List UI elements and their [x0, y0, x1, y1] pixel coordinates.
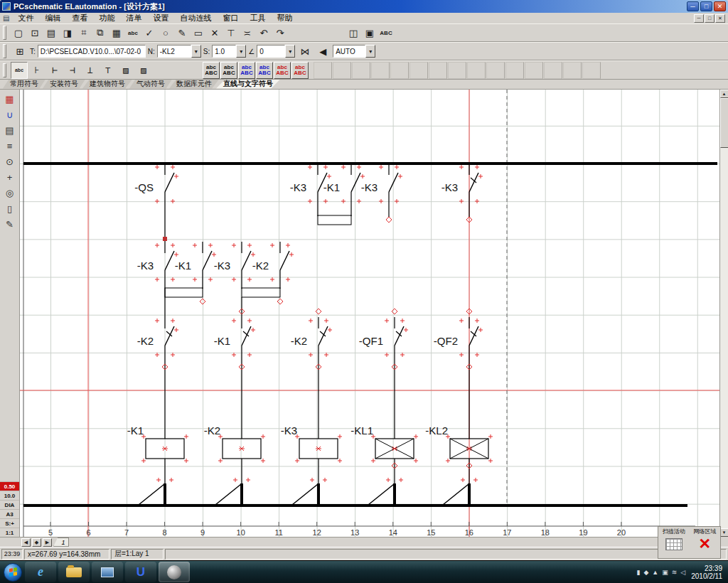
magnet-snap-icon[interactable]: ∪	[2, 108, 18, 122]
maximize-button[interactable]: □	[700, 1, 712, 11]
scale-combo[interactable]: 1.0▾	[212, 45, 246, 58]
open-file-icon[interactable]: ⊡	[27, 25, 43, 41]
pcschematic-app-icon[interactable]	[159, 562, 190, 582]
spellcheck-icon[interactable]: abc	[125, 25, 141, 41]
folder-icon[interactable]	[58, 562, 90, 582]
menu-item-功能[interactable]: 功能	[93, 13, 120, 23]
scroll-up-icon[interactable]: ▲	[720, 90, 728, 98]
window-pages-icon[interactable]: ◫	[346, 25, 361, 41]
object-lister-icon[interactable]: ▣	[362, 25, 378, 41]
target-icon[interactable]: ◎	[2, 186, 18, 200]
tray-icon-2[interactable]: ◆	[643, 569, 648, 576]
schematic-drawing[interactable]: -QS-K3-K1-K3-K3-K3-K1-K3-K2-K2-K1-K2-QF1…	[20, 90, 719, 537]
scale-field[interactable]: 1.0	[212, 45, 236, 58]
component-label[interactable]: -K3	[290, 181, 306, 193]
chevron-down-icon[interactable]: ▾	[285, 45, 295, 58]
point-grid-icon[interactable]: ▦	[2, 92, 18, 106]
page-setup-icon[interactable]: ⌗	[76, 25, 92, 41]
pan-cross-icon[interactable]: +	[2, 171, 18, 184]
zoom-icon[interactable]: ⊙	[2, 155, 18, 169]
tray-icon-3[interactable]: ▲	[652, 569, 658, 576]
page-prev-icon[interactable]: ◀	[21, 538, 31, 547]
symbol-menu-icon[interactable]: ▦	[109, 25, 124, 41]
scrollbar-thumb[interactable]	[720, 98, 728, 148]
page-tab[interactable]: 1	[53, 537, 69, 547]
menu-item-工具[interactable]: 工具	[244, 13, 271, 23]
grid-settings-icon[interactable]: ⊞	[12, 43, 28, 59]
component-label[interactable]: -K2	[137, 335, 154, 347]
scan-grid-icon[interactable]	[665, 538, 682, 550]
print-icon[interactable]: ▤	[43, 25, 59, 41]
component-label[interactable]: -QS	[134, 181, 154, 193]
tab-常用符号[interactable]: 常用符号	[3, 80, 46, 89]
drawing-canvas[interactable]: -QS-K3-K1-K3-K3-K3-K1-K3-K2-K2-K1-K2-QF1…	[20, 90, 719, 537]
menu-item-自动连线[interactable]: 自动连线	[174, 13, 217, 23]
angle-combo[interactable]: 0▾	[257, 45, 295, 58]
tab-直线与文字符号[interactable]: 直线与文字符号	[216, 80, 280, 89]
contact-symbols[interactable]: -QS-K3-K1-K3-K3-K3-K1-K3-K2-K2-K1-K2-QF1…	[134, 164, 483, 358]
component-label[interactable]: -K2	[252, 260, 269, 272]
menu-item-设置[interactable]: 设置	[147, 13, 174, 23]
chevron-down-icon[interactable]: ▾	[236, 45, 246, 58]
note-edit-icon[interactable]: ✎	[2, 218, 18, 231]
documents-icon[interactable]	[92, 562, 123, 582]
auto-field[interactable]: AUTO	[333, 45, 365, 58]
component-label[interactable]: -K3	[361, 181, 378, 193]
tray-icon-5[interactable]: ≋	[672, 569, 678, 576]
page-book-icon[interactable]: ▤	[2, 124, 18, 137]
child-close-button[interactable]: ✕	[715, 14, 725, 23]
menu-item-查看[interactable]: 查看	[66, 13, 93, 23]
eraser-tool-icon[interactable]: ▭	[191, 25, 206, 41]
child-window-icon[interactable]: ▤	[3, 14, 9, 22]
mirror-icon[interactable]: ⋈	[297, 43, 313, 59]
meter-icon[interactable]: ≍	[240, 25, 255, 41]
bus-tap-symbols[interactable]	[139, 478, 478, 506]
page-preview-icon[interactable]: ◨	[60, 25, 75, 41]
auto-combo[interactable]: AUTO▾	[333, 45, 375, 58]
chevron-down-icon[interactable]: ▾	[191, 45, 201, 58]
circle-tool-icon[interactable]: ○	[158, 25, 173, 41]
undo-icon[interactable]: ↶	[256, 25, 272, 41]
text-abc-icon[interactable]: ABC	[378, 25, 394, 41]
vertical-scrollbar[interactable]: ▲ ▼	[719, 90, 728, 537]
menu-item-帮助[interactable]: 帮助	[271, 13, 298, 23]
component-label[interactable]: -KL1	[350, 424, 373, 437]
component-label[interactable]: -K2	[204, 424, 220, 437]
sheet-icon[interactable]: ▯	[2, 202, 18, 215]
close-button[interactable]: ✕	[714, 1, 726, 11]
component-label[interactable]: -K3	[441, 181, 458, 193]
copy-icon[interactable]: ⧉	[92, 25, 108, 41]
component-label[interactable]: -KL2	[425, 424, 448, 437]
page-home-icon[interactable]: ◆	[32, 538, 41, 547]
pointer-direction-icon[interactable]: ◀	[315, 43, 331, 59]
taskbar-clock[interactable]: 23:39 2010/2/11	[691, 565, 722, 580]
component-label[interactable]: -K1	[127, 424, 144, 437]
delete-icon[interactable]: ✕	[207, 25, 223, 41]
start-button[interactable]	[4, 563, 22, 582]
component-label[interactable]: -K1	[214, 335, 230, 347]
angle-field[interactable]: 0	[257, 45, 285, 58]
page-next-icon[interactable]: ▶	[43, 538, 52, 547]
component-label[interactable]: -K1	[323, 181, 340, 193]
component-label[interactable]: -K3	[214, 260, 230, 272]
tab-数据库元件[interactable]: 数据库元件	[169, 80, 219, 89]
magnet-app-icon[interactable]: U	[125, 562, 156, 582]
child-restore-button[interactable]: □	[705, 14, 714, 23]
new-file-icon[interactable]: ▢	[11, 25, 26, 41]
chevron-down-icon[interactable]: ▾	[365, 45, 375, 58]
measure-icon[interactable]: ⊤	[223, 25, 239, 41]
component-label[interactable]: -K3	[281, 424, 297, 437]
name-field[interactable]: -KL2	[157, 45, 191, 58]
component-label[interactable]: -QF2	[434, 335, 458, 347]
component-label[interactable]: -K1	[175, 260, 191, 272]
menu-item-窗口[interactable]: 窗口	[217, 13, 244, 23]
pencil-tool-icon[interactable]: ✎	[174, 25, 190, 41]
component-label[interactable]: -K2	[291, 335, 307, 347]
ie-icon[interactable]: e	[25, 562, 56, 582]
menu-item-清单[interactable]: 清单	[120, 13, 147, 23]
minimize-button[interactable]: ─	[687, 1, 699, 11]
component-label[interactable]: -QF1	[359, 335, 383, 347]
tray-icon-1[interactable]: ▮	[636, 569, 640, 576]
tab-建筑物符号[interactable]: 建筑物符号	[82, 80, 132, 89]
text-style-button-6[interactable]: abcABC	[291, 62, 309, 79]
